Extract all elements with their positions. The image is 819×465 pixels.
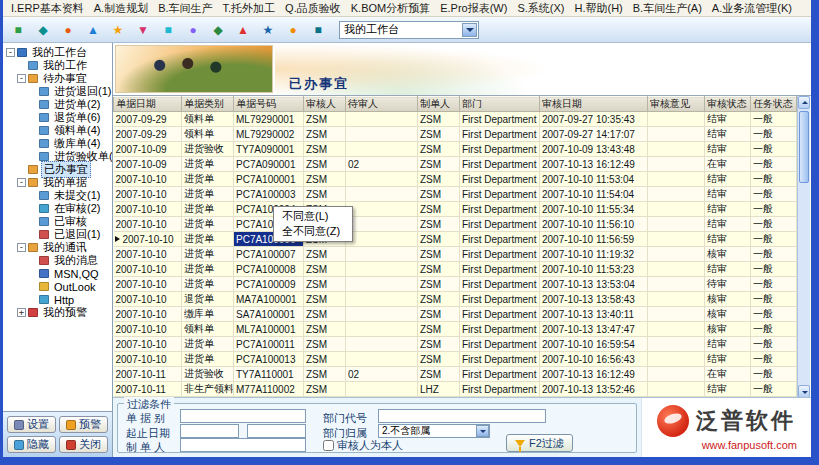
cell[interactable]: SA7A100001 [234,307,304,322]
vertical-scrollbar[interactable] [797,96,810,398]
cell[interactable] [648,352,705,367]
cell[interactable]: 一般 [751,172,797,187]
cell[interactable]: 一般 [751,367,797,382]
menu-bar-item[interactable]: A.业务流管理(K) [707,0,797,17]
cell[interactable]: 结审 [705,337,751,352]
cell[interactable]: 进货单 [182,157,234,172]
cell[interactable] [648,337,705,352]
cell[interactable]: 一般 [751,382,797,397]
cell[interactable]: 结审 [705,112,751,127]
column-header[interactable]: 审核人 [304,97,346,112]
cell[interactable]: 2007-10-09 [114,157,182,172]
cell[interactable] [648,247,705,262]
cell[interactable] [648,292,705,307]
table-row[interactable]: 2007-10-10退货单MA7A100001ZSMZSMFirst Depar… [114,292,797,307]
column-header[interactable]: 任务状态 [751,97,797,112]
cell[interactable]: 进货验收 [182,367,234,382]
cell[interactable]: 结审 [705,382,751,397]
cell[interactable]: 2007-10-10 [114,277,182,292]
chevron-down-icon[interactable] [462,23,477,37]
table-row[interactable]: 2007-10-10进货单PC7A100004ZSMZSMFirst Depar… [114,202,797,217]
table-row[interactable]: 2007-09-29领料单ML79290001ZSMZSMFirst Depar… [114,112,797,127]
cell[interactable]: PC7A100003 [234,187,304,202]
tree-item[interactable]: MSN,QQ [3,267,112,280]
cell[interactable]: 2007-10-10 11:56:59 [540,232,648,247]
cell[interactable]: ZSM [304,142,346,157]
cell[interactable]: First Department [460,322,540,337]
filter-run-button[interactable]: F2过滤 [506,434,573,452]
cell[interactable]: 2007-10-10 [114,322,182,337]
cell[interactable]: 结审 [705,142,751,157]
cell[interactable]: 进货单 [182,247,234,262]
cell[interactable] [648,142,705,157]
cell[interactable]: 一般 [751,202,797,217]
cell[interactable]: 结审 [705,127,751,142]
print-icon[interactable]: ★ [107,19,129,41]
cell[interactable]: ZSM [418,277,460,292]
cell[interactable]: ZSM [304,367,346,382]
cell[interactable]: First Department [460,232,540,247]
cell[interactable]: First Department [460,262,540,277]
cell[interactable]: ZSM [304,322,346,337]
cell[interactable]: 一般 [751,232,797,247]
cell[interactable]: 2007-10-10 11:54:04 [540,187,648,202]
table-row[interactable]: 2007-10-10进货单PC7A100008ZSMZSMFirst Depar… [114,262,797,277]
cell[interactable]: 2007-10-10 11:55:34 [540,202,648,217]
cell[interactable]: 一般 [751,307,797,322]
cell[interactable] [346,277,418,292]
cell[interactable]: M77A110002 [234,382,304,397]
cell[interactable]: 核审 [705,292,751,307]
cell[interactable]: PC7A090001 [234,157,304,172]
cell[interactable]: ML79290002 [234,127,304,142]
cell[interactable]: ZSM [418,352,460,367]
cell[interactable] [346,292,418,307]
cell[interactable] [648,112,705,127]
cell[interactable]: 2007-10-11 [114,367,182,382]
cell[interactable] [346,247,418,262]
cell[interactable]: First Department [460,187,540,202]
tree-item[interactable]: OutLook [3,280,112,293]
column-header[interactable]: 单据号码 [234,97,304,112]
doc-type-input[interactable] [180,409,306,423]
cell[interactable] [648,382,705,397]
cell[interactable]: 2007-10-10 [114,172,182,187]
table-row[interactable]: 2007-10-10缴库单SA7A100001ZSMZSMFirst Depar… [114,307,797,322]
cell[interactable]: ZSM [304,127,346,142]
cell[interactable]: 2007-10-10 [114,187,182,202]
cell[interactable]: ML7A100001 [234,322,304,337]
cell[interactable]: 2007-10-10 [114,337,182,352]
cell[interactable] [648,307,705,322]
cell[interactable]: ZSM [418,187,460,202]
menu-bar-item[interactable]: H.帮助(H) [569,0,627,17]
cell[interactable]: ZSM [304,187,346,202]
search-icon[interactable]: ▲ [82,19,104,41]
cell[interactable]: First Department [460,157,540,172]
cell[interactable]: TY7A110001 [234,367,304,382]
cell[interactable]: 待审 [705,277,751,292]
menu-bar-item[interactable]: Q.品质验收 [280,0,346,17]
cell[interactable]: 领料单 [182,322,234,337]
cell[interactable]: 一般 [751,112,797,127]
cell[interactable]: First Department [460,277,540,292]
cell[interactable]: First Department [460,307,540,322]
cell[interactable]: 2007-10-13 13:47:47 [540,322,648,337]
mail-icon[interactable]: ● [57,19,79,41]
table-row[interactable]: 2007-10-10领料单ML7A100001ZSMZSMFirst Depar… [114,322,797,337]
cell[interactable]: 2007-10-09 [114,142,182,157]
menu-bar-item[interactable]: K.BOM分析预算 [346,0,435,17]
table-row[interactable]: 2007-10-11进货验收TY7A110001ZSM02ZSMFirst De… [114,367,797,382]
cell[interactable]: 结审 [705,232,751,247]
cell[interactable]: ZSM [418,142,460,157]
cell[interactable]: PC7A100013 [234,352,304,367]
cell[interactable] [648,367,705,382]
cell[interactable]: 2007-10-13 13:58:43 [540,292,648,307]
table-row[interactable]: 2007-10-10进货单PC7A100001ZSMZSMFirst Depar… [114,172,797,187]
cell[interactable] [346,202,418,217]
cell[interactable]: 一般 [751,247,797,262]
cell[interactable]: ZSM [418,292,460,307]
cell[interactable]: 2007-09-27 10:35:43 [540,112,648,127]
cell[interactable]: 2007-10-10 11:56:10 [540,217,648,232]
cell[interactable]: First Department [460,142,540,157]
cell[interactable]: 一般 [751,127,797,142]
cell[interactable]: 缴库单 [182,307,234,322]
